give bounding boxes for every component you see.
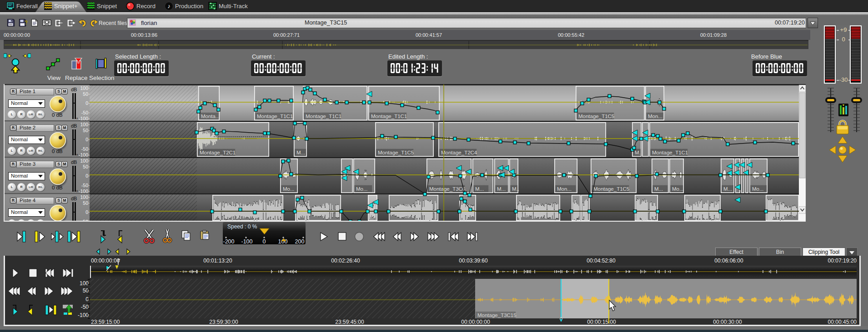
svg-text:M...: M...: [475, 186, 484, 192]
svg-text:M...: M...: [654, 186, 663, 192]
svg-text:Mo...: Mo...: [752, 186, 764, 192]
svg-text:Montage_T1C1: Montage_T1C1: [652, 150, 688, 155]
svg-text:Montage_T1C1: Montage_T1C1: [306, 114, 341, 119]
svg-text:-200: -200: [223, 238, 234, 245]
svg-text:+9: +9: [840, 26, 847, 33]
svg-text:M...: M...: [296, 150, 305, 155]
svg-text:Montage_T1C1: Montage_T1C1: [257, 114, 293, 119]
svg-text:?: ?: [25, 20, 27, 26]
svg-text:Mo...: Mo...: [672, 186, 684, 192]
svg-text:Mo...: Mo...: [283, 186, 295, 192]
svg-text:-30: -30: [839, 76, 848, 83]
svg-text:Montage_T3C6: Montage_T3C6: [429, 186, 465, 192]
svg-text:-100: -100: [241, 238, 252, 245]
svg-text:♪: ♪: [167, 3, 171, 10]
svg-text:Montage_T1C1: Montage_T1C1: [371, 114, 407, 119]
svg-text:200: 200: [295, 238, 305, 245]
svg-text:M...: M...: [723, 186, 732, 192]
svg-text:0: 0: [263, 238, 266, 245]
svg-text:M...: M...: [497, 186, 506, 192]
svg-text:Mo...: Mo...: [356, 186, 368, 192]
svg-text:Montage_T3C15: Montage_T3C15: [477, 312, 517, 318]
svg-text:Montage_T2C4: Montage_T2C4: [441, 150, 477, 155]
svg-text:Montage_T1C5: Montage_T1C5: [578, 114, 614, 119]
svg-text:M..: M..: [512, 186, 519, 192]
svg-text:Monta...: Monta...: [201, 114, 220, 119]
svg-text:Montage_T1C5: Montage_T1C5: [378, 150, 414, 155]
svg-text:Mon...: Mon...: [648, 114, 662, 119]
svg-text:0: 0: [842, 36, 845, 43]
svg-text:Montage_T1C5: Montage_T1C5: [593, 186, 629, 192]
svg-text:Mon...: Mon...: [557, 186, 572, 192]
svg-text:Montage_T2C1: Montage_T2C1: [200, 150, 236, 155]
